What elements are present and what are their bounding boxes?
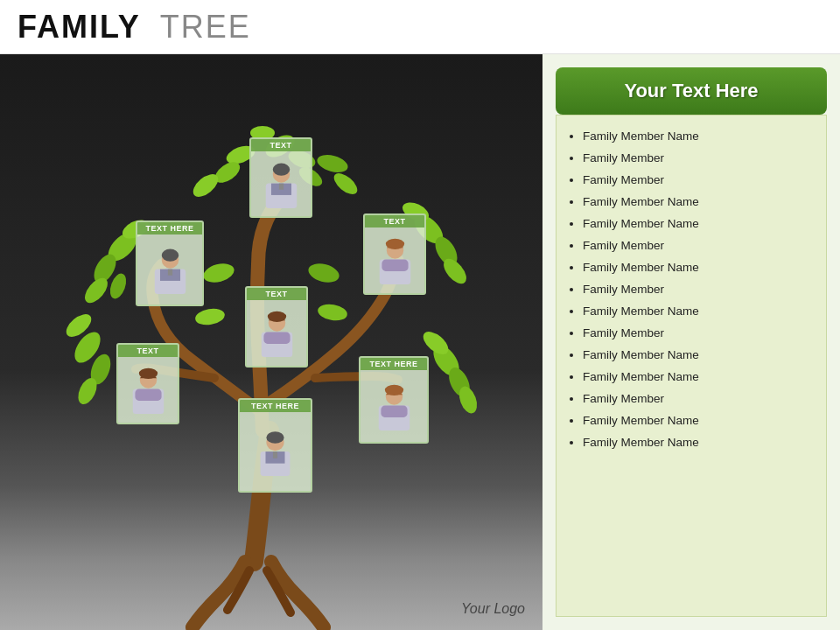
- svg-point-28: [194, 306, 227, 327]
- panel-heading: Your Text Here: [573, 80, 809, 102]
- svg-point-43: [385, 239, 403, 249]
- list-item: Family Member Name: [583, 301, 813, 323]
- frame-center-label: TEXT: [247, 288, 306, 300]
- svg-point-39: [161, 248, 178, 261]
- svg-rect-41: [382, 260, 408, 271]
- frame-bottom-center-avatar: [253, 412, 298, 491]
- frame-bottom-center-label: TEXT HERE: [240, 400, 311, 412]
- frame-lower-right-avatar: [372, 370, 416, 442]
- list-item: Family Member: [583, 148, 813, 170]
- svg-rect-37: [167, 269, 172, 275]
- svg-point-47: [267, 312, 285, 322]
- frame-mid-right[interactable]: TEXT: [363, 214, 426, 295]
- list-item: Family Member: [583, 323, 813, 345]
- frame-mid-right-avatar: [373, 228, 417, 293]
- svg-point-7: [331, 170, 361, 199]
- title-light: TREE: [160, 9, 251, 45]
- svg-rect-32: [278, 183, 283, 189]
- text-panel: Your Text Here Family Member NameFamily …: [542, 54, 840, 630]
- frame-center-avatar: [255, 300, 299, 366]
- list-item: Family Member: [583, 170, 813, 192]
- frame-top[interactable]: TEXT: [249, 137, 312, 218]
- list-item: Family Member: [583, 235, 813, 257]
- frame-mid-right-label: TEXT: [365, 215, 424, 228]
- svg-rect-49: [135, 389, 161, 401]
- svg-point-55: [384, 384, 402, 395]
- svg-point-29: [317, 302, 349, 323]
- list-item: Family Member Name: [583, 214, 813, 235]
- tree-area: TEXT TEXT HERE: [0, 54, 542, 630]
- panel-list: Family Member NameFamily MemberFamily Me…: [556, 115, 827, 617]
- svg-point-26: [201, 261, 236, 286]
- logo: Your Logo: [461, 601, 525, 617]
- svg-point-60: [266, 431, 284, 444]
- list-item: Family Member Name: [583, 257, 813, 279]
- svg-rect-53: [381, 405, 407, 416]
- list-item: Family Member Name: [583, 126, 813, 148]
- panel-header: Your Text Here: [556, 67, 827, 115]
- svg-point-6: [315, 152, 349, 176]
- svg-point-51: [138, 368, 157, 379]
- frame-center[interactable]: TEXT: [245, 286, 308, 368]
- list-item: Family Member Name: [583, 192, 813, 214]
- frame-mid-left-label: TEXT HERE: [137, 222, 202, 234]
- svg-rect-58: [273, 452, 277, 458]
- frame-top-label: TEXT: [251, 139, 311, 151]
- frame-top-avatar: [259, 151, 304, 216]
- frame-mid-left[interactable]: TEXT HERE: [136, 220, 204, 306]
- frame-lower-left[interactable]: TEXT: [116, 343, 179, 424]
- page-header: FAMILY TREE: [0, 0, 840, 54]
- frame-lower-right-label: TEXT HERE: [360, 358, 427, 370]
- frame-lower-right[interactable]: TEXT HERE: [359, 356, 429, 444]
- svg-rect-45: [263, 332, 290, 344]
- svg-point-27: [306, 261, 341, 286]
- list-item: Family Member Name: [583, 367, 813, 388]
- frame-bottom-center[interactable]: TEXT HERE: [238, 398, 312, 493]
- list-item: Family Member: [583, 388, 813, 410]
- frame-lower-left-label: TEXT: [118, 345, 178, 357]
- title-bold: FAMILY: [18, 9, 141, 45]
- frame-mid-left-avatar: [148, 234, 192, 304]
- main-content: TEXT TEXT HERE: [0, 54, 840, 630]
- list-item: Family Member Name: [583, 432, 813, 454]
- frame-lower-left-avatar: [126, 357, 171, 423]
- list-item: Family Member Name: [583, 410, 813, 432]
- list-item: Family Member Name: [583, 345, 813, 367]
- list-item: Family Member: [583, 279, 813, 301]
- svg-point-34: [272, 163, 290, 175]
